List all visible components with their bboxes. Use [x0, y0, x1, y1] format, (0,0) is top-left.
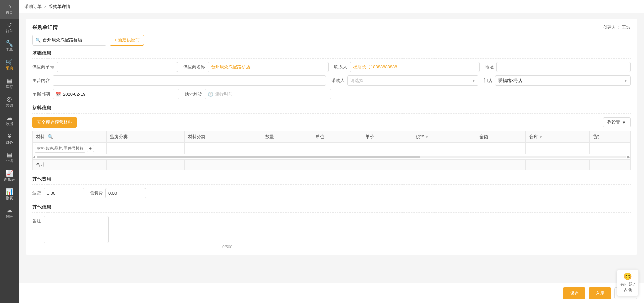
th-unit: 单位	[312, 131, 362, 143]
address-field: 地址	[485, 62, 631, 72]
main-content-label: 主营内容	[32, 78, 50, 84]
supplier-search-input[interactable]	[43, 38, 103, 43]
buyer-label: 采购人	[331, 78, 345, 84]
footer-bar: 保存 入库 返回	[19, 283, 644, 303]
address-label: 地址	[485, 64, 494, 70]
supplier-name-input[interactable]	[208, 62, 329, 72]
buyer-field: 采购人 请选择 ▼	[331, 75, 478, 86]
sidebar-item-inventory[interactable]: ▦ 库存	[0, 74, 19, 93]
materials-table: 材料 🔍 业务分类 材料分类 数量	[32, 131, 631, 170]
sidebar-item-purchase[interactable]: 🛒 采购	[0, 56, 19, 74]
address-input[interactable]	[496, 62, 631, 72]
sidebar-label-orders: 订单	[6, 29, 13, 34]
creator-info: 创建人： 王坡	[603, 24, 631, 30]
supplier-search-row: 🔍 + 新建供应商	[32, 35, 631, 46]
materials-section-title: 材料信息	[32, 105, 631, 114]
main-content-input[interactable]	[53, 75, 326, 86]
col-settings-chevron-icon: ▼	[622, 120, 626, 125]
th-material-label: 材料	[36, 134, 45, 139]
sidebar-label-purchase: 采购	[6, 66, 13, 71]
instock-button[interactable]: 入库	[589, 287, 611, 299]
packaging-fee-input[interactable]	[105, 188, 146, 198]
detail-card: 采购单详情 创建人： 王坡 🔍 + 新建供应商 基础信息 供应商单号	[26, 19, 637, 255]
supplier-search-wrap[interactable]: 🔍	[32, 35, 106, 46]
save-button[interactable]: 保存	[563, 287, 585, 299]
other-fees-section-title: 其他费用	[32, 176, 631, 185]
orders-icon: ↺	[7, 22, 12, 28]
sidebar-item-newreport[interactable]: 📈 新报表	[0, 167, 19, 185]
date-input[interactable]: 📅 2020-02-19	[53, 89, 179, 99]
expected-date-input[interactable]: 🕐 选择时间	[205, 89, 331, 99]
clock-icon: 🕐	[208, 92, 213, 97]
sidebar-label-data: 数据	[6, 121, 13, 126]
home-icon: ⌂	[8, 3, 11, 9]
supplier-no-label: 供应商单号	[32, 64, 54, 70]
contact-field: 联系人	[334, 62, 480, 72]
contact-input[interactable]	[350, 62, 480, 72]
expected-date-label: 预计到货	[185, 91, 202, 97]
sidebar-item-finance[interactable]: ¥ 财务	[0, 130, 19, 148]
inventory-icon: ▦	[7, 78, 12, 84]
subtotal-row: 合计	[33, 160, 631, 170]
shipping-fee-input[interactable]	[44, 188, 84, 198]
col-settings-label: 列设置	[607, 119, 620, 125]
table-add-button[interactable]: +	[87, 145, 94, 152]
table-search-input-wrap: +	[35, 144, 104, 153]
breadcrumb-current: 采购单详情	[49, 4, 70, 10]
help-icon: 😊	[623, 272, 632, 280]
store-select[interactable]: 爱福路3号店 ▼	[495, 75, 631, 86]
packaging-fee-item: 包装费	[90, 188, 146, 198]
add-supplier-button[interactable]: + 新建供应商	[110, 35, 144, 46]
sidebar-item-home[interactable]: ⌂ 首页	[0, 0, 19, 19]
page-title: 采购单详情	[32, 24, 631, 31]
newreport-icon: 📈	[6, 170, 13, 176]
th-quantity: 数量	[262, 131, 312, 143]
expected-date-placeholder: 选择时间	[215, 91, 233, 97]
sidebar-item-performance[interactable]: ▤ 业绩	[0, 148, 19, 167]
sidebar-item-data[interactable]: ☁ 数据	[0, 111, 19, 130]
data-icon: ☁	[6, 115, 12, 121]
date-value: 2020-02-19	[63, 92, 86, 97]
material-search-input[interactable]	[35, 144, 85, 153]
supplier-no-input[interactable]	[57, 62, 178, 72]
main-content: 采购订单 > 采购单详情 采购单详情 创建人： 王坡 🔍 + 新建供应商 基础信…	[19, 0, 644, 303]
safety-stock-button[interactable]: 安全库存预营材料	[32, 117, 77, 128]
remark-label: 备注	[32, 218, 41, 224]
sidebar-label-insurance: 保险	[6, 214, 13, 219]
shipping-fee-item: 运费	[32, 188, 84, 198]
sidebar-label-tools: 工单	[6, 47, 13, 52]
th-material-search-icon[interactable]: 🔍	[47, 134, 53, 139]
scrollbar-row: ◀ ▶	[33, 154, 631, 160]
buyer-select[interactable]: 请选择 ▼	[347, 75, 478, 86]
scroll-right-arrow[interactable]: ▶	[627, 155, 630, 159]
materials-table-wrapper: 材料 🔍 业务分类 材料分类 数量	[32, 131, 631, 170]
remark-textarea[interactable]	[44, 216, 109, 243]
other-fees-row: 运费 包装费	[32, 188, 631, 198]
sidebar-item-insurance[interactable]: ☁ 保险	[0, 204, 19, 222]
sidebar-item-marketing[interactable]: ◎ 营销	[0, 93, 19, 111]
sidebar-item-report[interactable]: 📊 报表	[0, 185, 19, 204]
sidebar: ⌂ 首页 ↺ 订单 🔧 工单 🛒 采购 ▦ 库存 ◎ 营销 ☁ 数据 ¥ 财务 …	[0, 0, 19, 303]
marketing-icon: ◎	[7, 96, 12, 102]
breadcrumb: 采购订单 > 采购单详情	[24, 4, 70, 10]
sidebar-item-tools[interactable]: 🔧 工单	[0, 37, 19, 56]
remark-wrap: 备注 0/500	[32, 216, 631, 249]
page-body: 采购单详情 创建人： 王坡 🔍 + 新建供应商 基础信息 供应商单号	[19, 13, 644, 283]
scroll-left-arrow[interactable]: ◀	[33, 155, 35, 159]
table-header-row: 材料 🔍 业务分类 材料分类 数量	[33, 131, 631, 143]
shipping-fee-label: 运费	[32, 190, 41, 196]
materials-header: 安全库存预营材料 列设置 ▼	[32, 117, 631, 128]
th-material: 材料 🔍	[33, 131, 107, 143]
topbar: 采购订单 > 采购单详情	[19, 0, 644, 13]
tax-rate-filter-icon[interactable]: ▼	[425, 135, 429, 139]
breadcrumb-parent[interactable]: 采购订单	[24, 4, 42, 10]
breadcrumb-sep: >	[44, 4, 46, 9]
scrollbar-track[interactable]	[37, 156, 626, 158]
th-unit-price: 单价	[362, 131, 412, 143]
th-warehouse: 仓库 ▼	[526, 131, 589, 143]
report-icon: 📊	[6, 189, 13, 195]
col-settings-button[interactable]: 列设置 ▼	[603, 117, 631, 127]
warehouse-filter-icon[interactable]: ▼	[539, 135, 542, 139]
help-bubble[interactable]: 😊 有问题?点我	[617, 269, 639, 296]
sidebar-item-orders[interactable]: ↺ 订单	[0, 19, 19, 37]
